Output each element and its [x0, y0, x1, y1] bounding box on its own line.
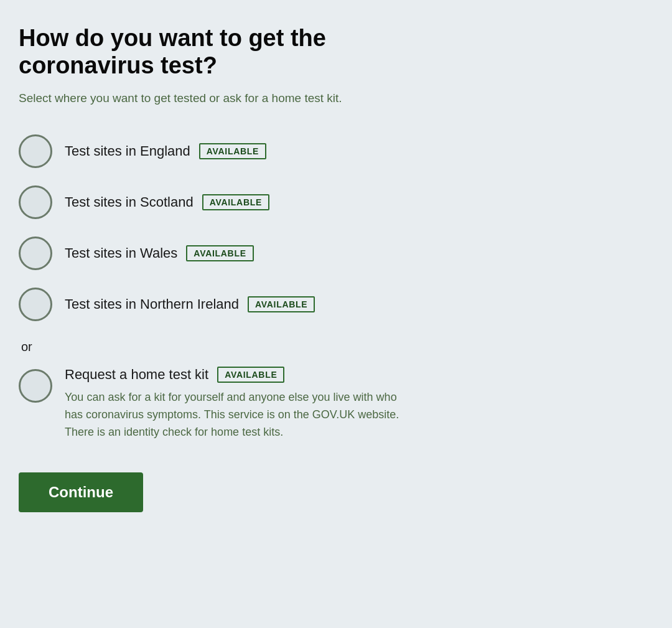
option-home-test[interactable]: Request a home test kit AVAILABLE You ca… — [19, 367, 413, 441]
option-wales-badge: AVAILABLE — [186, 245, 253, 261]
radio-scotland[interactable] — [19, 185, 52, 219]
option-northern-ireland-text: Test sites in Northern Ireland — [65, 296, 239, 312]
option-northern-ireland-label: Test sites in Northern Ireland AVAILABLE — [65, 296, 315, 312]
test-site-options: Test sites in England AVAILABLE Test sit… — [19, 126, 454, 330]
option-scotland-text: Test sites in Scotland — [65, 194, 194, 210]
option-wales-label: Test sites in Wales AVAILABLE — [65, 245, 254, 261]
option-scotland[interactable]: Test sites in Scotland AVAILABLE — [19, 177, 454, 228]
option-wales-text: Test sites in Wales — [65, 245, 177, 261]
home-test-label: Request a home test kit — [65, 367, 208, 383]
radio-wales[interactable] — [19, 237, 52, 270]
option-scotland-badge: AVAILABLE — [202, 194, 269, 210]
option-northern-ireland[interactable]: Test sites in Northern Ireland AVAILABLE — [19, 279, 454, 330]
continue-button[interactable]: Continue — [19, 472, 143, 512]
radio-england[interactable] — [19, 134, 52, 168]
option-northern-ireland-badge: AVAILABLE — [248, 296, 315, 312]
home-test-title: Request a home test kit AVAILABLE — [65, 367, 413, 383]
option-wales[interactable]: Test sites in Wales AVAILABLE — [19, 228, 454, 279]
home-test-badge: AVAILABLE — [217, 367, 284, 383]
page-title: How do you want to get the coronavirus t… — [19, 25, 454, 79]
option-england[interactable]: Test sites in England AVAILABLE — [19, 126, 454, 177]
radio-northern-ireland[interactable] — [19, 288, 52, 321]
radio-home-test[interactable] — [19, 369, 52, 403]
option-england-label: Test sites in England AVAILABLE — [65, 143, 266, 159]
or-divider: or — [19, 340, 454, 354]
home-test-content: Request a home test kit AVAILABLE You ca… — [65, 367, 413, 441]
home-test-section: Request a home test kit AVAILABLE You ca… — [19, 367, 454, 441]
option-england-text: Test sites in England — [65, 143, 190, 159]
option-england-badge: AVAILABLE — [199, 143, 266, 159]
home-test-description: You can ask for a kit for yourself and a… — [65, 389, 413, 441]
page-subtitle: Select where you want to get tested or a… — [19, 90, 454, 107]
page-container: How do you want to get the coronavirus t… — [19, 25, 454, 512]
option-scotland-label: Test sites in Scotland AVAILABLE — [65, 194, 269, 210]
